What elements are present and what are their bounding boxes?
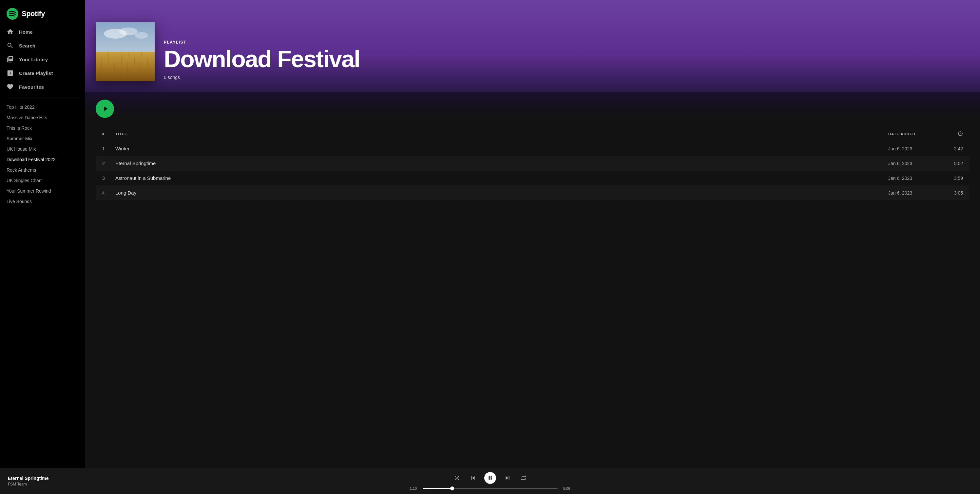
track-date: Jan 6, 2023 (885, 186, 943, 200)
sidebar-playlist-dance-hits[interactable]: Massive Dance Hits (6, 112, 79, 123)
sidebar-divider (6, 98, 79, 98)
track-num: 1 (95, 141, 111, 156)
nav-library-label: Your Library (19, 57, 48, 62)
main-nav: Home Search Your Library Create Playlist… (0, 25, 85, 94)
col-header-num: # (95, 129, 111, 141)
nav-search-label: Search (19, 43, 35, 48)
playlist-type-label: PLAYLIST (164, 40, 360, 44)
sidebar-playlist-uk-singles[interactable]: UK Singles Chart (6, 175, 79, 186)
next-button[interactable] (503, 473, 512, 483)
table-header-row: # TITLE DATE ADDED (95, 129, 969, 141)
sidebar-playlist-rock-anthems[interactable]: Rock Anthems (6, 165, 79, 175)
app-name: Spotify (22, 10, 45, 18)
progress-fill (423, 488, 452, 489)
play-btn-row (95, 100, 969, 118)
table-row[interactable]: 4 Long Day Jan 6, 2023 3:05 (95, 186, 969, 200)
track-duration: 2:42 (943, 141, 969, 156)
svg-point-2 (119, 27, 138, 35)
previous-icon (469, 474, 476, 481)
add-playlist-icon (6, 70, 14, 77)
nav-library[interactable]: Your Library (3, 52, 83, 66)
play-pause-button[interactable] (484, 472, 496, 484)
home-icon (6, 28, 14, 35)
spotify-logo-icon (6, 8, 18, 20)
track-title: Long Day (111, 186, 885, 200)
sidebar-playlist-summer-rewind[interactable]: Your Summer Rewind (6, 186, 79, 196)
svg-point-3 (135, 32, 148, 39)
time-total: 5:06 (562, 486, 572, 491)
sidebar-playlist-top-hits[interactable]: Top Hits 2022 (6, 102, 79, 112)
track-duration: 5:02 (943, 156, 969, 171)
col-header-date: DATE ADDED (885, 129, 943, 141)
pause-icon (487, 475, 493, 481)
table-row[interactable]: 2 Eternal Springtime Jan 6, 2023 5:02 (95, 156, 969, 171)
time-current: 1:10 (408, 486, 419, 491)
duration-clock-icon (958, 131, 963, 136)
track-title: Eternal Springtime (111, 156, 885, 171)
play-icon (102, 105, 109, 112)
playlist-title: Download Festival (164, 47, 360, 71)
playlist-info: PLAYLIST Download Festival 6 songs (164, 40, 360, 81)
shuffle-button[interactable] (452, 473, 461, 483)
track-duration: 3:05 (943, 186, 969, 200)
sidebar: Spotify Home Search Your Library Create … (0, 0, 85, 468)
sidebar-playlist-this-is-rock[interactable]: This Is Rock (6, 123, 79, 133)
sidebar-playlist-download-festival[interactable]: Download Festival 2022 (6, 154, 79, 165)
track-date: Jan 6, 2023 (885, 141, 943, 156)
sidebar-playlist-live-sounds[interactable]: Live Sounds (6, 196, 79, 207)
repeat-icon (520, 475, 527, 481)
player-track-title: Eternal Springtime (8, 476, 80, 481)
heart-icon (6, 83, 14, 91)
progress-bar[interactable] (423, 488, 558, 489)
playlist-song-count: 6 songs (164, 75, 360, 80)
player-bar: Eternal Springtime FSM Team (0, 468, 980, 494)
track-num: 3 (95, 171, 111, 186)
nav-create-label: Create Playlist (19, 70, 53, 76)
player-track-artist: FSM Team (8, 482, 80, 486)
track-table: # TITLE DATE ADDED 1 Winter Jan 6, 2023 … (95, 129, 969, 200)
table-row[interactable]: 3 Astronaut in a Submarine Jan 6, 2023 3… (95, 171, 969, 186)
main-content: PLAYLIST Download Festival 6 songs # TIT… (85, 0, 980, 468)
col-header-title: TITLE (111, 129, 885, 141)
player-track-info: Eternal Springtime FSM Team (8, 476, 80, 486)
nav-favourites-label: Favourites (19, 84, 44, 90)
track-duration: 3:59 (943, 171, 969, 186)
table-row[interactable]: 1 Winter Jan 6, 2023 2:42 (95, 141, 969, 156)
sidebar-playlist-uk-house-mix[interactable]: UK House Mix (6, 144, 79, 154)
repeat-button[interactable] (519, 473, 528, 483)
player-controls: 1:10 5:06 (80, 472, 900, 491)
track-title: Winter (111, 141, 885, 156)
playlist-cover (95, 22, 155, 81)
track-num: 4 (95, 186, 111, 200)
track-num: 2 (95, 156, 111, 171)
col-header-duration (943, 129, 969, 141)
shuffle-icon (453, 475, 460, 481)
playlist-header: PLAYLIST Download Festival 6 songs (85, 0, 980, 92)
cover-image (95, 22, 155, 81)
play-button[interactable] (95, 100, 114, 118)
search-icon (6, 42, 14, 49)
library-icon (6, 56, 14, 63)
playlist-list: Top Hits 2022Massive Dance HitsThis Is R… (0, 102, 85, 207)
track-date: Jan 6, 2023 (885, 156, 943, 171)
playlist-body: # TITLE DATE ADDED 1 Winter Jan 6, 2023 … (85, 92, 980, 468)
nav-search[interactable]: Search (3, 39, 83, 52)
previous-button[interactable] (468, 473, 478, 483)
next-icon (504, 474, 511, 481)
track-date: Jan 6, 2023 (885, 171, 943, 186)
sidebar-playlist-summer-mix[interactable]: Summer Mix (6, 133, 79, 144)
nav-create-playlist[interactable]: Create Playlist (3, 66, 83, 80)
nav-home-label: Home (19, 29, 33, 35)
logo: Spotify (0, 0, 85, 25)
player-buttons (452, 472, 528, 484)
progress-row: 1:10 5:06 (408, 486, 572, 491)
track-title: Astronaut in a Submarine (111, 171, 885, 186)
nav-favourites[interactable]: Favourites (3, 80, 83, 94)
nav-home[interactable]: Home (3, 25, 83, 39)
